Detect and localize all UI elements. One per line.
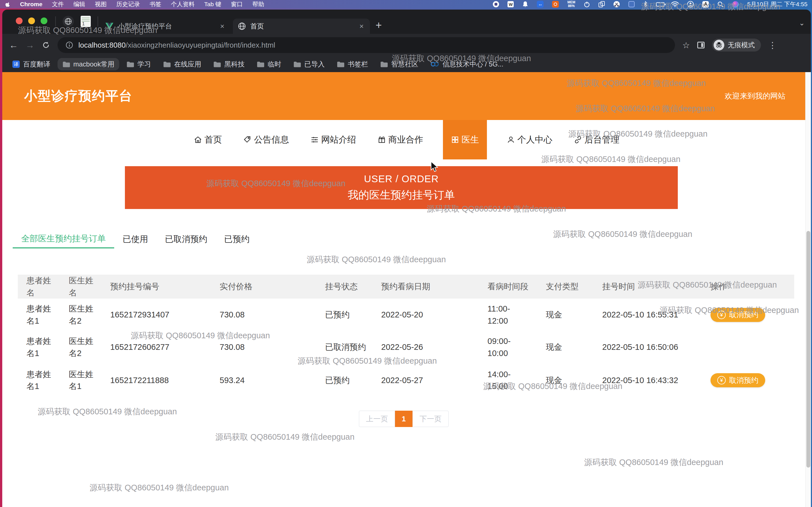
cell-pay-type: 现金 xyxy=(546,374,602,386)
pagination: 上一页 1 下一页 xyxy=(2,411,805,427)
back-button[interactable]: ← xyxy=(9,40,18,50)
nav-home[interactable]: 首页 xyxy=(192,120,223,159)
new-tab-button[interactable]: + xyxy=(375,20,382,31)
nav-announcements[interactable]: 公告信息 xyxy=(242,120,291,159)
site-info-icon[interactable] xyxy=(65,41,73,49)
nav-admin[interactable]: 后台管理 xyxy=(572,120,621,159)
menu-edit[interactable]: 编辑 xyxy=(73,0,85,8)
tab-search-chevron-icon[interactable]: ⌄ xyxy=(799,19,805,27)
wifi-icon[interactable] xyxy=(671,1,679,7)
bookmark-it-center[interactable]: 信息技术中心 / 5G... xyxy=(430,60,503,69)
clipboard-stack-icon[interactable] xyxy=(599,1,605,7)
yen-icon: ¥ xyxy=(717,311,726,319)
bookmark-folder-online-apps[interactable]: 在线应用 xyxy=(163,60,201,69)
incognito-badge[interactable]: 无痕模式 xyxy=(712,39,761,52)
bookmark-folder-study[interactable]: 学习 xyxy=(126,60,151,69)
page-scrollbar[interactable] xyxy=(805,72,811,507)
menu-help[interactable]: 帮助 xyxy=(252,0,264,8)
table-row: 患者姓名1 医生姓名2 1652172931407 730.08 已预约 202… xyxy=(18,298,794,331)
memory-monitor[interactable]: MEM86% xyxy=(567,1,575,8)
w-app-icon[interactable]: W xyxy=(507,1,514,7)
col-price: 实付价格 xyxy=(220,281,325,292)
nav-site-intro[interactable]: 网站介绍 xyxy=(309,120,358,159)
bookmark-folder-macbook[interactable]: macbook常用 xyxy=(57,58,119,70)
bluetooth-icon[interactable] xyxy=(643,1,648,8)
side-panel-icon[interactable] xyxy=(697,42,705,48)
cell-time-slot: 14:00-15:00 xyxy=(488,369,546,392)
nav-business[interactable]: 商业合作 xyxy=(376,120,425,159)
display-app-icon[interactable] xyxy=(628,1,635,7)
menu-profiles[interactable]: 个人资料 xyxy=(171,0,195,8)
menu-chrome[interactable]: Chrome xyxy=(20,1,42,8)
filter-tab-used[interactable]: 已使用 xyxy=(114,230,156,248)
filter-tab-booked[interactable]: 已预约 xyxy=(216,230,258,248)
forward-button[interactable]: → xyxy=(26,40,35,50)
current-page-button[interactable]: 1 xyxy=(395,411,412,427)
input-method-icon[interactable]: A xyxy=(702,1,709,8)
folder-icon xyxy=(163,61,170,67)
bookmark-folder-temp[interactable]: 临时 xyxy=(257,60,281,69)
tab-home-active[interactable]: 首页 × xyxy=(233,18,370,34)
tab-close-icon[interactable]: × xyxy=(358,22,365,31)
nav-doctors-active[interactable]: 医生 xyxy=(443,120,487,159)
zoom-window-button[interactable] xyxy=(41,17,47,24)
orders-table: 患者姓名 医生姓名 预约挂号编号 实付价格 挂号状态 预约看病日期 看病时间段 … xyxy=(18,275,794,397)
site-nav: 首页 公告信息 网站介绍 商业合作 医生 个人中心 xyxy=(2,120,811,159)
folder-icon xyxy=(126,61,134,67)
apple-logo-icon[interactable] xyxy=(5,1,10,8)
cell-doctor: 医生姓名2 xyxy=(69,335,110,359)
battery-icon[interactable] xyxy=(656,2,663,7)
col-order-no: 预约挂号编号 xyxy=(110,281,220,292)
col-patient: 患者姓名 xyxy=(27,275,69,298)
bookmark-folder-community[interactable]: 智慧社区 xyxy=(380,60,418,69)
infinity-icon xyxy=(430,61,439,67)
chrome-menu-icon[interactable]: ⋮ xyxy=(768,40,777,50)
power-menu-icon[interactable] xyxy=(583,1,590,8)
address-bar[interactable]: localhost:8080/xiaoxingzhenliaoyuyueping… xyxy=(57,37,675,53)
menu-view[interactable]: 视图 xyxy=(95,0,107,8)
cell-patient: 患者姓名1 xyxy=(27,335,69,359)
scrollbar-thumb[interactable] xyxy=(806,231,810,467)
close-window-button[interactable] xyxy=(16,17,22,24)
cell-pay-type: 现金 xyxy=(546,309,602,321)
filter-tab-all[interactable]: 全部医生预约挂号订单 xyxy=(13,230,114,248)
notification-bell-icon[interactable] xyxy=(522,1,528,8)
spotlight-search-icon[interactable] xyxy=(717,1,724,8)
bookmark-baidu-translate[interactable]: 译 百度翻译 xyxy=(12,60,50,69)
reload-button[interactable] xyxy=(42,41,50,49)
menu-file[interactable]: 文件 xyxy=(52,0,64,8)
menu-history[interactable]: 历史记录 xyxy=(116,0,140,8)
pinned-tab-globe-icon[interactable] xyxy=(63,16,74,27)
filter-tab-cancelled[interactable]: 已取消预约 xyxy=(156,230,216,248)
bookmark-star-icon[interactable]: ☆ xyxy=(682,40,690,50)
user-account-icon[interactable] xyxy=(687,1,694,8)
minimize-window-button[interactable] xyxy=(28,17,35,24)
banner-subtitle: USER / ORDER xyxy=(364,173,439,184)
cancel-booking-button[interactable]: ¥ 取消预约 xyxy=(711,373,765,387)
menu-window[interactable]: 窗口 xyxy=(231,0,243,8)
siri-icon[interactable] xyxy=(732,1,739,8)
bookmark-folder-tech[interactable]: 黑科技 xyxy=(213,60,245,69)
menu-tab[interactable]: Tab 键 xyxy=(204,0,221,8)
teamviewer-icon[interactable]: ↔ xyxy=(537,1,544,8)
bookmark-folder-bar[interactable]: 书签栏 xyxy=(337,60,368,69)
tab-separator xyxy=(98,16,98,26)
prev-page-button[interactable]: 上一页 xyxy=(359,411,395,427)
cell-patient: 患者姓名1 xyxy=(27,303,69,327)
col-created: 挂号时间 xyxy=(602,281,711,292)
tab-clinic-platform[interactable]: 小型诊疗预约平台 × xyxy=(100,18,231,34)
record-status-icon[interactable] xyxy=(493,1,499,7)
table-row: 患者姓名1 医生姓名1 1652172211888 593.24 已预约 202… xyxy=(18,363,794,397)
tab-close-icon[interactable]: × xyxy=(219,22,225,31)
cancel-booking-button[interactable]: ¥ 取消预约 xyxy=(711,308,765,322)
incognito-icon xyxy=(714,40,724,50)
home-icon xyxy=(194,135,202,144)
orange-app-icon[interactable] xyxy=(552,1,559,8)
bookmark-folder-imported[interactable]: 已导入 xyxy=(294,60,324,69)
menu-bookmarks[interactable]: 书签 xyxy=(149,0,161,8)
menubar-clock[interactable]: 5月10日 周二 下午4:55 xyxy=(747,0,808,8)
nav-personal-center[interactable]: 个人中心 xyxy=(505,120,554,159)
pinned-tab-notes-icon[interactable]: 1 xyxy=(81,16,91,27)
scissors-snip-icon[interactable] xyxy=(613,1,620,8)
next-page-button[interactable]: 下一页 xyxy=(412,411,449,427)
